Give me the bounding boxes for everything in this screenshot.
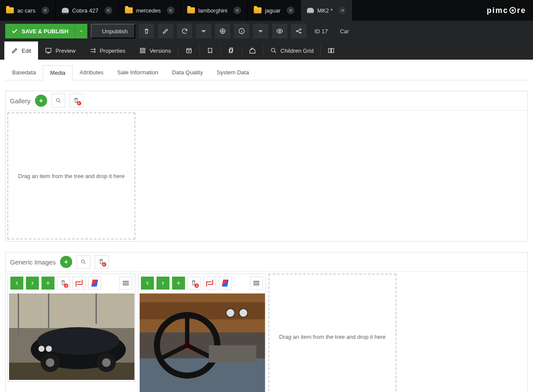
- locate-button[interactable]: [215, 24, 230, 38]
- close-icon[interactable]: ✕: [287, 6, 294, 14]
- save-publish-button[interactable]: SAVE & PUBLISH: [5, 24, 87, 38]
- svg-point-8: [300, 29, 301, 30]
- gallery-search-button[interactable]: [51, 94, 65, 108]
- svg-point-35: [46, 346, 52, 352]
- logo: pimcre: [480, 0, 533, 21]
- close-icon[interactable]: ✕: [338, 6, 346, 14]
- svg-point-12: [94, 51, 95, 52]
- image-thumbnail[interactable]: [9, 293, 134, 380]
- gallery-panel: Gallery ✕ Drag an item from the tree and…: [5, 91, 528, 242]
- object-id: ID 17: [310, 28, 332, 35]
- focal-point-button[interactable]: [73, 277, 86, 290]
- generic-dropzone[interactable]: Drag an item from the tree and drop it h…: [268, 274, 396, 392]
- generic-search-button[interactable]: [77, 255, 90, 269]
- tab-jaguar[interactable]: jaguar ✕: [248, 0, 301, 21]
- move-left-button[interactable]: [10, 277, 23, 290]
- image-thumbnail[interactable]: [140, 293, 265, 392]
- svg-point-6: [279, 30, 281, 32]
- remove-image-button[interactable]: ✕: [188, 277, 201, 290]
- svg-rect-22: [329, 48, 331, 52]
- tab-mk2[interactable]: MK2 * ✕: [301, 0, 353, 21]
- edit-marker-button[interactable]: [88, 277, 101, 290]
- generic-clear-button[interactable]: ✕: [95, 255, 109, 269]
- tab-mercedes[interactable]: mercedes ✕: [119, 0, 181, 21]
- generic-images-title: Generic Images: [10, 258, 56, 266]
- nav-preview[interactable]: Preview: [38, 41, 82, 60]
- reload-button[interactable]: [177, 24, 192, 38]
- marker-icon: [222, 280, 229, 287]
- move-right-button[interactable]: [156, 277, 169, 290]
- info-caret[interactable]: [253, 24, 268, 38]
- car-object-icon: [307, 8, 314, 13]
- nav-tags[interactable]: [242, 41, 263, 60]
- save-publish-label: SAVE & PUBLISH: [22, 28, 68, 35]
- object-subtabs: Basedata Media Attributes Sale Informati…: [5, 65, 528, 80]
- svg-rect-23: [332, 48, 334, 52]
- close-icon[interactable]: ✕: [167, 6, 175, 14]
- nav-children-grid[interactable]: Children Grid: [263, 41, 321, 60]
- dropzone-hint: Drag an item from the tree and drop it h…: [18, 173, 124, 179]
- tab-label: ac cars: [17, 7, 35, 14]
- move-left-button[interactable]: [141, 277, 154, 290]
- tab-label: lamborghini: [198, 7, 227, 14]
- svg-rect-39: [96, 293, 97, 324]
- svg-rect-15: [140, 51, 142, 53]
- nav-notes[interactable]: [200, 41, 220, 60]
- tab-ac-cars[interactable]: ac cars ✕: [0, 0, 56, 21]
- delete-button[interactable]: [139, 24, 154, 38]
- editor-subnav: Edit Preview Properties Versions Childre…: [0, 41, 533, 60]
- subtab-basedata[interactable]: Basedata: [5, 65, 43, 80]
- image-menu-button[interactable]: [119, 277, 132, 290]
- subtab-data-quality[interactable]: Data Quality: [165, 65, 210, 80]
- folder-icon: [6, 7, 14, 13]
- generic-images-panel: Generic Images ✕: [5, 252, 528, 392]
- nav-dependencies[interactable]: [221, 41, 242, 60]
- move-right-button[interactable]: [26, 277, 39, 290]
- svg-point-46: [226, 309, 235, 317]
- subtab-media[interactable]: Media: [43, 65, 73, 80]
- subtab-system-data[interactable]: System Data: [210, 65, 256, 80]
- close-icon[interactable]: ✕: [41, 6, 49, 14]
- svg-rect-17: [186, 48, 191, 53]
- focal-point-button[interactable]: [203, 277, 216, 290]
- gallery-clear-button[interactable]: ✕: [70, 94, 83, 108]
- rename-button[interactable]: [158, 24, 173, 38]
- reload-caret[interactable]: [196, 24, 211, 38]
- subtab-sale-information[interactable]: Sale Information: [110, 65, 165, 80]
- edit-marker-button[interactable]: [219, 277, 232, 290]
- unpublish-button[interactable]: Unpublish: [91, 24, 135, 38]
- tab-lamborghini[interactable]: lamborghini ✕: [181, 0, 248, 21]
- gallery-add-button[interactable]: [35, 95, 47, 107]
- nav-versions[interactable]: Versions: [132, 41, 178, 60]
- subtab-attributes[interactable]: Attributes: [73, 65, 110, 80]
- hamburger-icon: [123, 283, 129, 284]
- tab-cobra-427[interactable]: Cobra 427 ✕: [56, 0, 119, 21]
- share-button[interactable]: [291, 24, 306, 38]
- nav-scheduler[interactable]: [179, 41, 199, 60]
- editor-content: Basedata Media Attributes Sale Informati…: [0, 60, 533, 392]
- svg-point-34: [102, 358, 111, 367]
- save-publish-caret[interactable]: [74, 24, 87, 38]
- document-tabstrip: ac cars ✕ Cobra 427 ✕ mercedes ✕ lamborg…: [0, 0, 533, 21]
- remove-image-button[interactable]: ✕: [57, 277, 70, 290]
- marker-icon: [91, 280, 98, 287]
- info-button[interactable]: [234, 24, 249, 38]
- image-menu-button[interactable]: [250, 277, 263, 290]
- preview-eye-button[interactable]: [272, 24, 287, 38]
- nav-label: Edit: [22, 48, 31, 54]
- generic-add-button[interactable]: [60, 256, 72, 268]
- nav-label: Versions: [150, 48, 171, 54]
- nav-workflow[interactable]: [321, 41, 342, 60]
- close-icon[interactable]: ✕: [105, 6, 112, 14]
- gallery-dropzone[interactable]: Drag an item from the tree and drop it h…: [7, 112, 135, 239]
- car-object-icon: [62, 8, 69, 13]
- tab-label: jaguar: [265, 7, 281, 14]
- add-slot-button[interactable]: [172, 277, 185, 290]
- add-slot-button[interactable]: [41, 277, 54, 290]
- svg-rect-37: [18, 293, 19, 337]
- svg-point-21: [271, 48, 274, 52]
- nav-edit[interactable]: Edit: [4, 41, 38, 60]
- close-icon[interactable]: ✕: [233, 6, 241, 14]
- folder-icon: [254, 7, 262, 13]
- nav-properties[interactable]: Properties: [83, 41, 132, 60]
